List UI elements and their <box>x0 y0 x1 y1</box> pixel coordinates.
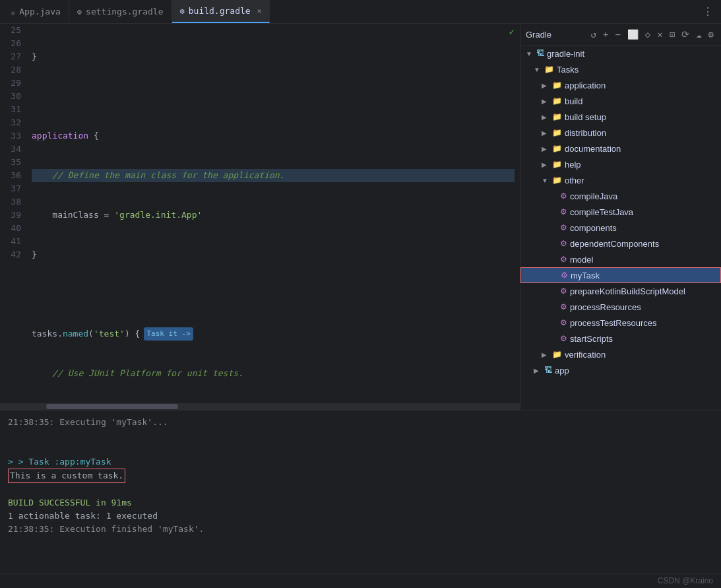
tab-more-button[interactable]: ⋮ <box>697 5 718 18</box>
project-icon-app: 🏗 <box>544 366 552 375</box>
tree-label-documentation: documentation <box>565 144 621 154</box>
tree-label-distribution: distribution <box>565 128 606 138</box>
output-line-info: 1 actionable task: 1 executed <box>8 509 713 523</box>
tree-item-dependentComponents[interactable]: ⚙ dependentComponents <box>520 236 721 251</box>
tree-item-tasks[interactable]: ▼ 📁 Tasks <box>520 61 721 77</box>
tree-item-compileTestJava[interactable]: ⚙ compileTestJava <box>520 204 721 220</box>
code-line-26 <box>32 90 515 103</box>
no-arrow-processResources <box>549 304 560 311</box>
tree-label-verification: verification <box>565 350 606 360</box>
code-line-27: application { <box>32 129 515 143</box>
tab-app-java[interactable]: ☕ App.java <box>3 0 69 23</box>
minus-button[interactable]: − <box>613 28 622 41</box>
folder-icon-application: 📁 <box>552 81 562 90</box>
tree-item-processResources[interactable]: ⚙ processResources <box>520 299 721 315</box>
sync-button[interactable]: ⟳ <box>679 28 691 41</box>
arrow-expanded: ▼ <box>526 50 536 57</box>
tree-item-build[interactable]: ▶ 📁 build <box>520 93 721 109</box>
scrollbar-thumb[interactable] <box>46 404 178 409</box>
tree-label-myTask: myTask <box>571 271 600 280</box>
task-icon-processResources: ⚙ <box>560 302 567 311</box>
tree-label-dependentComponents: dependentComponents <box>570 239 659 249</box>
expand-button[interactable]: ⬜ <box>625 28 641 41</box>
editor-scrollbar[interactable] <box>0 403 520 410</box>
grid-button[interactable]: ⊡ <box>668 28 677 41</box>
line-numbers: 25 26 27 28 29 30 31 32 33 34 35 36 37 3… <box>0 24 26 403</box>
tree-label-tasks: Tasks <box>557 65 579 75</box>
gradle-icon: ⚙ <box>77 7 82 16</box>
folder-icon-verification: 📁 <box>552 350 562 359</box>
tab-label-active: build.gradle <box>189 6 251 16</box>
tree-item-processTestResources[interactable]: ⚙ processTestResources <box>520 315 721 331</box>
tree-item-compileJava[interactable]: ⚙ compileJava <box>520 188 721 204</box>
arrow-collapsed-build-setup: ▶ <box>542 114 552 121</box>
tree-label-gradle-init: gradle-init <box>547 49 584 59</box>
refresh-button[interactable]: ↺ <box>589 28 598 41</box>
folder-icon-tasks: 📁 <box>544 65 554 74</box>
bottom-panel: 21:38:35: Executing 'myTask'... > > Task… <box>0 410 721 588</box>
output-line-3 <box>8 442 713 455</box>
tree-item-app[interactable]: ▶ 🏗 app <box>520 362 721 378</box>
no-arrow-model <box>549 256 560 263</box>
output-line-blank <box>8 483 713 496</box>
java-icon: ☕ <box>11 7 15 16</box>
tab-close-button[interactable]: ✕ <box>257 7 262 15</box>
tree-label-build: build <box>565 96 582 106</box>
bottom-output[interactable]: 21:38:35: Executing 'myTask'... > > Task… <box>0 410 721 573</box>
tree-item-model[interactable]: ⚙ model <box>520 251 721 267</box>
arrow-collapsed-documentation: ▶ <box>542 145 552 152</box>
cloud-button[interactable]: ☁ <box>694 28 703 41</box>
folder-icon-distribution: 📁 <box>552 128 562 137</box>
tree-item-gradle-init[interactable]: ▼ 🏗 gradle-init <box>520 46 721 61</box>
tree-item-components[interactable]: ⚙ components <box>520 220 721 236</box>
no-arrow-processTestResources <box>549 319 560 327</box>
code-line-30: } <box>32 248 515 261</box>
project-icon: 🏗 <box>536 49 544 58</box>
settings-button[interactable]: ⚙ <box>706 28 716 41</box>
tree-item-application[interactable]: ▶ 📁 application <box>520 77 721 93</box>
tree-item-build-setup[interactable]: ▶ 📁 build setup <box>520 109 721 125</box>
tree-item-verification[interactable]: ▶ 📁 verification <box>520 346 721 362</box>
code-line-32: tasks.named('test') {Task it -> <box>32 327 515 341</box>
add-button[interactable]: + <box>601 28 610 41</box>
folder-icon-other: 📁 <box>552 176 562 185</box>
output-highlight-text: This is a custom task. <box>8 469 125 483</box>
cancel-button[interactable]: ✕ <box>655 28 664 41</box>
gradle-tree[interactable]: ▼ 🏗 gradle-init ▼ 📁 Tasks ▶ 📁 applicatio… <box>520 46 721 410</box>
tree-label-application: application <box>565 81 606 90</box>
task-icon-processTestResources: ⚙ <box>560 318 567 327</box>
no-arrow-dependentComponents <box>549 240 560 247</box>
arrow-collapsed-verification: ▶ <box>542 351 552 358</box>
arrow-collapsed-distribution: ▶ <box>542 129 552 137</box>
task-icon-compileTestJava: ⚙ <box>560 207 567 216</box>
output-task-arrow: > <box>8 457 18 467</box>
gradle-icon-active: ⚙ <box>180 7 185 16</box>
task-icon-compileJava: ⚙ <box>560 191 567 201</box>
output-line-2 <box>8 429 713 442</box>
arrow-collapsed-help: ▶ <box>542 161 552 168</box>
folder-icon-help: 📁 <box>552 160 562 169</box>
tree-item-startScripts[interactable]: ⚙ startScripts <box>520 331 721 346</box>
code-line-31 <box>32 288 515 301</box>
tree-item-distribution[interactable]: ▶ 📁 distribution <box>520 125 721 141</box>
code-line-25: } <box>32 50 515 63</box>
diamond-button[interactable]: ◇ <box>643 28 652 41</box>
tree-item-documentation[interactable]: ▶ 📁 documentation <box>520 141 721 156</box>
no-arrow-components <box>549 224 560 232</box>
editor-content[interactable]: 25 26 27 28 29 30 31 32 33 34 35 36 37 3… <box>0 24 520 403</box>
gradle-toolbar: ↺ + − ⬜ ◇ ✕ ⊡ ⟳ ☁ ⚙ <box>589 28 716 41</box>
code-lines[interactable]: } application { // Define the main class… <box>26 24 520 403</box>
task-icon-prepare: ⚙ <box>560 286 567 296</box>
tree-item-other[interactable]: ▼ 📁 other <box>520 172 721 188</box>
no-arrow-compileTestJava <box>549 209 560 216</box>
tree-item-help[interactable]: ▶ 📁 help <box>520 156 721 172</box>
tree-item-myTask[interactable]: ⚙ myTask <box>520 267 721 283</box>
output-info-text: 1 actionable task: 1 executed <box>8 511 158 521</box>
code-line-29: mainClass = 'gradle.init.App' <box>32 209 515 222</box>
tab-settings-gradle[interactable]: ⚙ settings.gradle <box>69 0 172 23</box>
task-icon-startScripts: ⚙ <box>560 334 567 343</box>
tab-build-gradle[interactable]: ⚙ build.gradle ✕ <box>172 0 270 23</box>
output-success-text: BUILD SUCCESSFUL in 91ms <box>8 498 132 507</box>
output-timestamp-1: 21:38:35: Executing 'myTask'... <box>8 417 168 427</box>
tree-item-prepareKotlinBuildScriptModel[interactable]: ⚙ prepareKotlinBuildScriptModel <box>520 283 721 299</box>
